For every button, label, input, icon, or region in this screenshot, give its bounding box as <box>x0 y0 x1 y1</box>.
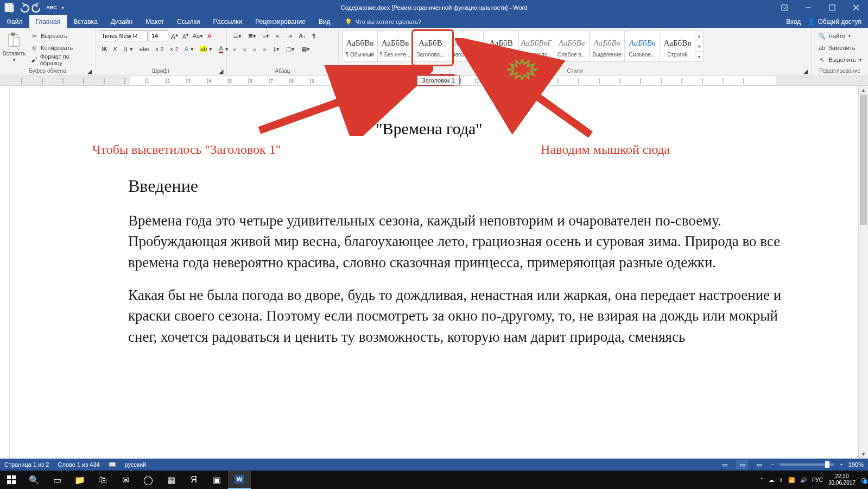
subscript-button[interactable]: x2 <box>153 43 167 54</box>
signin-link[interactable]: Вход <box>786 18 801 26</box>
store-icon[interactable]: 🛍 <box>91 471 114 489</box>
style-item-9[interactable]: АаБбВвСтрогий <box>660 30 695 62</box>
tab-design[interactable]: Дизайн <box>104 15 139 28</box>
sort-button[interactable]: A↓ <box>296 30 308 41</box>
style-item-6[interactable]: АаБбВвСлабое в... <box>554 30 590 62</box>
print-layout-icon[interactable]: ▭ <box>736 460 748 469</box>
tray-onedrive-icon[interactable]: ☁ <box>769 477 774 483</box>
justify-button[interactable]: ≡ <box>260 43 269 54</box>
paste-button[interactable]: Вставить ▾ <box>3 30 25 65</box>
tab-mailings[interactable]: Рассылки <box>206 15 249 28</box>
tab-home[interactable]: Главная <box>29 15 67 28</box>
zoom-out-icon[interactable]: − <box>771 461 774 468</box>
redo-icon[interactable] <box>31 2 43 14</box>
scroll-down-icon[interactable]: ▼ <box>859 450 868 459</box>
strike-button[interactable]: abc <box>137 43 152 54</box>
spellcheck-icon[interactable]: ABC <box>46 2 58 14</box>
maximize-icon[interactable] <box>820 0 844 15</box>
app1-icon[interactable]: ▦ <box>160 471 182 489</box>
vertical-scrollbar[interactable]: ▲ ▼ <box>858 86 868 459</box>
ribbon-options-icon[interactable] <box>772 0 796 15</box>
status-page[interactable]: Страница 1 из 2 <box>4 461 49 468</box>
style-item-1[interactable]: АаБбВв¶ Без инте... <box>377 30 413 62</box>
web-layout-icon[interactable]: ▭ <box>753 460 765 469</box>
search-icon[interactable]: 🔍 <box>23 471 46 489</box>
show-marks-button[interactable]: ¶ <box>309 30 318 41</box>
tray-lang[interactable]: РУС <box>812 477 823 483</box>
align-right-button[interactable]: ≡ <box>250 43 259 54</box>
share-button[interactable]: 👤 Общий доступ <box>807 18 861 26</box>
style-item-5[interactable]: АаБбВвГПодзаголо... <box>518 30 554 62</box>
vertical-ruler[interactable] <box>0 86 10 477</box>
style-item-7[interactable]: АаБбВвВыделение <box>589 30 625 62</box>
underline-button[interactable]: Ч▾ <box>121 43 135 54</box>
status-language[interactable]: русский <box>125 461 146 468</box>
clear-formatting-button[interactable]: A̷ <box>206 30 213 41</box>
app2-icon[interactable]: ▣ <box>205 471 228 489</box>
tray-chevron-icon[interactable]: ˄ <box>761 477 763 483</box>
chrome-icon[interactable]: ◯ <box>137 471 160 489</box>
scroll-up-icon[interactable]: ▲ <box>859 86 868 95</box>
paragraph-launcher-icon[interactable]: ◢ <box>331 68 337 74</box>
select-button[interactable]: ↖Выделить▾ <box>815 54 864 65</box>
yandex-icon[interactable]: Я <box>182 471 205 489</box>
tell-me[interactable]: 💡 Что вы хотите сделать? <box>337 15 422 28</box>
style-item-3[interactable]: АаБбВвЗаголово... <box>448 30 484 62</box>
tray-network-icon[interactable]: 📶 <box>788 477 795 483</box>
zoom-in-icon[interactable]: + <box>839 461 842 468</box>
save-icon[interactable] <box>3 2 15 14</box>
shading-button[interactable]: ▢▾ <box>283 43 297 54</box>
tab-insert[interactable]: Вставка <box>67 15 104 28</box>
font-launcher-icon[interactable]: ◢ <box>219 68 225 74</box>
explorer-icon[interactable]: 📁 <box>68 471 91 489</box>
scroll-thumb[interactable] <box>860 95 867 225</box>
text-effects-button[interactable]: A▾ <box>182 43 197 54</box>
spellcheck-status-icon[interactable]: 📖 <box>109 461 116 468</box>
bold-button[interactable]: Ж <box>99 43 110 54</box>
taskview-icon[interactable]: ▭ <box>46 471 68 489</box>
italic-button[interactable]: К <box>111 43 119 54</box>
tray-clock[interactable]: 22:20 30.06.2017 <box>828 473 856 486</box>
style-item-4[interactable]: АаБбВЗаголовок <box>483 30 519 62</box>
close-icon[interactable] <box>844 0 868 15</box>
tab-layout[interactable]: Макет <box>139 15 170 28</box>
mail-icon[interactable]: ✉ <box>114 471 137 489</box>
tray-volume-icon[interactable]: 🔊 <box>800 477 807 483</box>
read-mode-icon[interactable]: ▭ <box>719 460 731 469</box>
style-item-8[interactable]: АаБбВвСильное... <box>624 30 660 62</box>
replace-button[interactable]: abЗаменить <box>815 42 858 53</box>
align-center-button[interactable]: ≡ <box>240 43 249 54</box>
zoom-slider[interactable] <box>780 463 834 466</box>
clipboard-launcher-icon[interactable]: ◢ <box>87 68 94 74</box>
font-size-select[interactable] <box>149 30 168 41</box>
outdent-button[interactable]: ⇤ <box>273 30 283 41</box>
highlight-button[interactable]: ab▾ <box>198 43 215 54</box>
font-name-select[interactable] <box>99 30 148 41</box>
tab-file[interactable]: Файл <box>0 15 29 28</box>
indent-button[interactable]: ⇥ <box>284 30 295 41</box>
grow-font-button[interactable]: A▴ <box>169 30 180 41</box>
page[interactable]: "Времена года" Введение Времена года это… <box>22 96 837 359</box>
multilevel-button[interactable]: ≡▾ <box>260 30 272 41</box>
status-words[interactable]: Слово 1 из 434 <box>58 461 99 468</box>
word-icon[interactable]: W <box>228 471 251 489</box>
tray-notifications-icon[interactable]: ▢2 <box>861 477 866 483</box>
start-icon[interactable] <box>0 471 23 489</box>
tray-bluetooth-icon[interactable]: ᛒ <box>780 477 783 483</box>
tab-review[interactable]: Рецензирование <box>249 15 312 28</box>
align-left-button[interactable]: ≡ <box>230 43 239 54</box>
numbering-button[interactable]: ≣▾ <box>245 30 259 41</box>
style-gallery-scroll[interactable]: ▴▾▾ <box>695 30 704 62</box>
format-painter-button[interactable]: 🖌Формат по образцу <box>27 54 92 65</box>
line-spacing-button[interactable]: ‡▾ <box>270 43 282 54</box>
minimize-icon[interactable] <box>796 0 820 15</box>
styles-launcher-icon[interactable]: ◢ <box>803 68 810 74</box>
borders-button[interactable]: ▦▾ <box>299 43 313 54</box>
qat-dropdown-icon[interactable]: ▾ <box>60 2 66 14</box>
superscript-button[interactable]: x2 <box>167 43 181 54</box>
tab-references[interactable]: Ссылки <box>170 15 206 28</box>
find-button[interactable]: 🔍Найти▾ <box>815 30 853 41</box>
shrink-font-button[interactable]: A▾ <box>181 30 190 41</box>
style-item-0[interactable]: АаБбВв¶ Обычный <box>342 30 378 62</box>
zoom-level[interactable]: 190% <box>848 461 864 468</box>
